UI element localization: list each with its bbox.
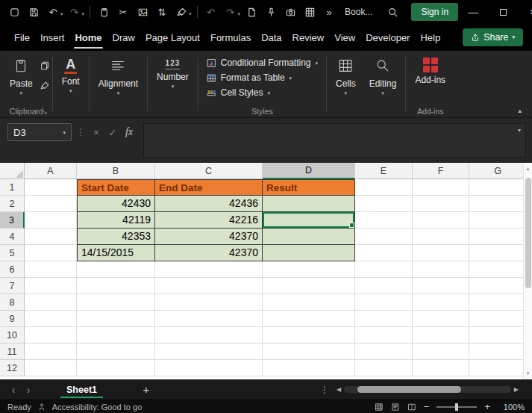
share-button[interactable]: Share ▾ [463, 28, 523, 46]
cell-B5[interactable]: 14/15/2015 [77, 245, 155, 261]
cell-B6[interactable] [77, 261, 155, 278]
cell-D3[interactable] [263, 212, 355, 229]
cell-A6[interactable] [25, 261, 77, 278]
row-header-12[interactable]: 12 [0, 360, 25, 376]
cell-B7[interactable] [77, 278, 155, 294]
cell-C9[interactable] [155, 311, 263, 327]
picture-icon[interactable] [134, 3, 151, 21]
cell-D1[interactable]: Result [263, 179, 355, 196]
cell-G4[interactable] [469, 229, 527, 245]
page-layout-view-button[interactable] [391, 403, 400, 412]
cell-E5[interactable] [355, 245, 413, 261]
row-header-11[interactable]: 11 [0, 344, 25, 360]
cell-E11[interactable] [355, 344, 413, 360]
cell-A2[interactable] [25, 196, 77, 212]
scroll-left-icon[interactable]: ◀ [334, 386, 344, 393]
pin-icon[interactable] [262, 3, 280, 21]
format-painter-icon[interactable] [172, 3, 190, 21]
enter-button[interactable]: ✓ [104, 123, 121, 141]
cell-F4[interactable] [413, 229, 469, 245]
cell-F9[interactable] [413, 311, 469, 327]
scroll-up-icon[interactable]: ▴ [524, 163, 532, 175]
cell-D8[interactable] [263, 294, 355, 311]
cut-icon[interactable]: ✂ [114, 3, 132, 21]
cell-F1[interactable] [413, 179, 469, 196]
cell-F12[interactable] [413, 360, 469, 376]
collapse-ribbon-button[interactable]: ▴ [518, 107, 522, 114]
row-header-10[interactable]: 10 [0, 327, 25, 344]
cell-G1[interactable] [469, 179, 527, 196]
column-header-A[interactable]: A [25, 163, 77, 179]
font-button[interactable]: A Font ▾ [55, 51, 87, 107]
row-header-3[interactable]: 3 [0, 212, 25, 229]
cell-C7[interactable] [155, 278, 263, 294]
conditional-formatting-button[interactable]: Conditional Formatting ▾ [207, 58, 318, 68]
overflow-icon[interactable]: » [320, 3, 338, 21]
cell-G6[interactable] [469, 261, 527, 278]
format-as-table-button[interactable]: Format as Table ▾ [207, 72, 318, 83]
cell-A7[interactable] [25, 278, 77, 294]
cancel-button[interactable]: × [88, 123, 104, 141]
cell-F3[interactable] [413, 212, 469, 229]
sheet-tab-more-icon[interactable]: ⋮ [316, 385, 334, 395]
cell-G5[interactable] [469, 245, 527, 261]
cell-C11[interactable] [155, 344, 263, 360]
cell-E1[interactable] [355, 179, 413, 196]
cell-D11[interactable] [263, 344, 355, 360]
cell-E10[interactable] [355, 327, 413, 344]
app-launcher-icon[interactable] [5, 3, 23, 21]
copy-icon[interactable] [40, 60, 50, 74]
row-header-8[interactable]: 8 [0, 294, 25, 311]
cell-B9[interactable] [77, 311, 155, 327]
cell-E2[interactable] [355, 196, 413, 212]
cell-F7[interactable] [413, 278, 469, 294]
save-icon[interactable] [25, 3, 43, 21]
cell-G10[interactable] [469, 327, 527, 344]
cell-A3[interactable] [25, 212, 77, 229]
select-all-corner[interactable] [0, 163, 25, 179]
cell-A1[interactable] [25, 179, 77, 196]
undo-icon[interactable]: ↶ [44, 3, 62, 21]
cell-C12[interactable] [155, 360, 263, 376]
cell-D2[interactable] [263, 196, 355, 212]
cell-E3[interactable] [355, 212, 413, 229]
alignment-button[interactable]: Alignment ▾ [92, 51, 145, 107]
next-sheet-button[interactable]: › [21, 384, 36, 396]
tab-formulas[interactable]: Formulas [205, 24, 256, 51]
sheet-tab-sheet1[interactable]: Sheet1 [57, 379, 107, 400]
cell-F5[interactable] [413, 245, 469, 261]
formula-input[interactable]: ▾ [143, 123, 526, 158]
cell-A9[interactable] [25, 311, 77, 327]
row-header-9[interactable]: 9 [0, 311, 25, 327]
cell-C8[interactable] [155, 294, 263, 311]
cell-A4[interactable] [25, 229, 77, 245]
cell-E9[interactable] [355, 311, 413, 327]
cell-G7[interactable] [469, 278, 527, 294]
tab-review[interactable]: Review [287, 24, 330, 51]
format-painter-icon[interactable] [40, 81, 50, 94]
minimize-button[interactable]: — [458, 0, 488, 24]
row-header-4[interactable]: 4 [0, 229, 25, 245]
expand-formula-bar-icon[interactable]: ▾ [518, 128, 521, 132]
column-header-F[interactable]: F [413, 163, 469, 179]
zoom-level[interactable]: 100% [498, 403, 525, 412]
previous-sheet-button[interactable]: ‹ [6, 384, 21, 396]
redo-dropdown-chevron[interactable]: ▾ [82, 11, 85, 17]
tab-help[interactable]: Help [415, 24, 445, 51]
tab-developer[interactable]: Developer [360, 24, 415, 51]
redo-icon[interactable]: ↷ [66, 3, 84, 21]
paste-button[interactable]: Paste ▾ [3, 51, 40, 107]
undo-dropdown-chevron[interactable]: ▾ [60, 11, 63, 17]
row-header-5[interactable]: 5 [0, 245, 25, 261]
column-header-B[interactable]: B [77, 163, 155, 179]
tab-draw[interactable]: Draw [107, 24, 140, 51]
history-redo-dropdown-chevron[interactable]: ▾ [238, 11, 241, 17]
cell-styles-button[interactable]: Cell Styles ▾ [207, 87, 318, 98]
cells-button[interactable]: Cells ▾ [329, 51, 363, 107]
cell-A10[interactable] [25, 327, 77, 344]
cell-E6[interactable] [355, 261, 413, 278]
cell-D5[interactable] [263, 245, 355, 261]
cell-A5[interactable] [25, 245, 77, 261]
cell-G8[interactable] [469, 294, 527, 311]
format-painter-dropdown-chevron[interactable]: ▾ [189, 11, 192, 17]
